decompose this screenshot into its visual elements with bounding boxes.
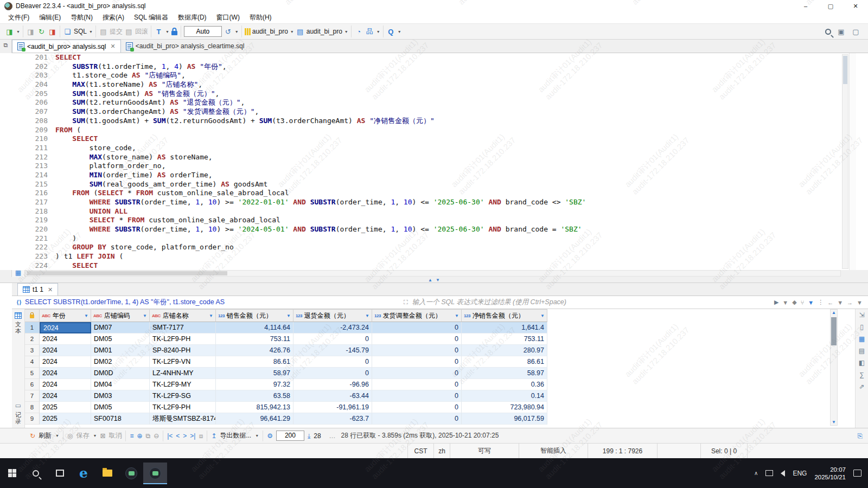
perspective-icon[interactable]: ▣ bbox=[837, 27, 846, 36]
refresh-dropdown[interactable]: ▼ bbox=[55, 434, 59, 438]
app-button-1[interactable] bbox=[119, 463, 143, 484]
transaction-mode-dropdown[interactable]: ▼ bbox=[89, 30, 93, 34]
layout-icon[interactable]: ▢ bbox=[851, 27, 860, 36]
quick-search-icon[interactable] bbox=[825, 29, 831, 35]
grid-cell[interactable]: 0.14 bbox=[462, 390, 547, 402]
code-line[interactable]: 201SELECT bbox=[25, 53, 868, 62]
grid-cell[interactable]: 0 bbox=[372, 413, 462, 425]
editor-vertical-scrollbar[interactable] bbox=[842, 54, 848, 269]
code-line[interactable]: 219 SELECT * FROM custom_online_sale_abr… bbox=[25, 216, 868, 225]
grid-cell[interactable]: 2024 bbox=[40, 345, 91, 356]
code-line[interactable]: 206 SUM(t2.returnGoodsAmt) AS "退货金额（元）", bbox=[25, 98, 868, 107]
action-center-icon[interactable] bbox=[853, 470, 861, 477]
code-line[interactable]: 205 SUM(t1.goodsAmt) AS "销售金额（元）", bbox=[25, 89, 868, 99]
grid-cell[interactable]: DM02 bbox=[91, 356, 150, 368]
refresh-icon[interactable]: ↻ bbox=[30, 432, 35, 440]
grid-cell[interactable]: 0 bbox=[372, 333, 462, 345]
nav-next-icon[interactable]: > bbox=[183, 432, 187, 440]
grid-cell[interactable]: LZ-4NHN-MY bbox=[150, 368, 216, 379]
apply-filter-icon[interactable]: ▶ bbox=[774, 299, 778, 306]
grid-cell[interactable]: -96.96 bbox=[293, 379, 372, 390]
code-line[interactable]: 208 SUM(t1.goodsAmt) + SUM(t2.returnGood… bbox=[25, 117, 868, 126]
editor-horizontal-scrollbar[interactable] bbox=[25, 270, 841, 277]
column-header-5[interactable]: 123发货调整金额（元）▼ bbox=[372, 309, 462, 322]
grid-cell[interactable]: DM0D bbox=[91, 368, 150, 379]
nav-back-icon[interactable]: ← bbox=[827, 299, 833, 306]
eraser-icon[interactable]: ◆ bbox=[792, 299, 796, 306]
commit-label[interactable]: 提交 bbox=[110, 27, 123, 36]
grid-vertical-scrollbar[interactable]: ▲ ▼ bbox=[830, 309, 838, 426]
results-tab-close-icon[interactable]: ✕ bbox=[48, 286, 53, 293]
row-number[interactable]: 6 bbox=[25, 379, 40, 390]
taskbar-search-button[interactable] bbox=[24, 463, 48, 484]
duplicate-row-icon[interactable]: ⧉ bbox=[146, 432, 151, 440]
column-header-4[interactable]: 123退货金额（元）▼ bbox=[293, 309, 372, 322]
text-view-tab[interactable]: 文本 bbox=[15, 321, 21, 334]
auto-commit-combo[interactable]: Auto bbox=[184, 26, 222, 37]
column-filter-dropdown[interactable]: ▼ bbox=[286, 313, 291, 318]
restore-panel-icon[interactable]: ⧉ bbox=[4, 42, 8, 49]
grid-cell[interactable]: 96,017.59 bbox=[462, 413, 547, 425]
rollback-icon[interactable]: ▤ bbox=[124, 27, 133, 36]
search-icon[interactable]: Q bbox=[386, 27, 395, 36]
grid-cell[interactable]: SP-8240-PH bbox=[150, 345, 216, 356]
grid-cell[interactable]: 2024 bbox=[40, 333, 91, 345]
filter-icon[interactable]: ▼ bbox=[808, 299, 814, 306]
history-icon[interactable]: ↺ bbox=[224, 27, 233, 36]
dashboard-icon[interactable]: ◔ bbox=[354, 27, 363, 36]
column-filter-dropdown[interactable]: ▼ bbox=[365, 313, 369, 318]
tray-volume-icon[interactable] bbox=[781, 470, 785, 477]
history-dropdown[interactable]: ▼ bbox=[235, 30, 239, 34]
edge-button[interactable]: e bbox=[72, 463, 95, 484]
grid-cell[interactable]: -91,961.19 bbox=[293, 402, 372, 413]
save-button[interactable]: 保存 bbox=[76, 431, 89, 440]
grid-cell[interactable]: 4,114.64 bbox=[216, 322, 293, 333]
export-dropdown[interactable]: ▼ bbox=[255, 434, 259, 438]
nav-forward-dropdown[interactable]: ▼ bbox=[857, 299, 863, 306]
column-header-3[interactable]: 123销售金额（元）▼ bbox=[216, 309, 293, 322]
column-filter-dropdown[interactable]: ▼ bbox=[209, 313, 213, 318]
rollback-label[interactable]: 回滚 bbox=[135, 27, 148, 36]
grid-cell[interactable]: 0 bbox=[372, 345, 462, 356]
menu-item-7[interactable]: 帮助(H) bbox=[245, 13, 277, 22]
code-line[interactable]: 222 GROUP BY store_code, platform_order_… bbox=[25, 243, 868, 252]
disconnect-all-icon[interactable]: ◨ bbox=[48, 27, 57, 36]
code-line[interactable]: 211 store_code, bbox=[25, 144, 868, 153]
grid-cell[interactable]: 0 bbox=[372, 322, 462, 333]
menu-item-6[interactable]: 窗口(W) bbox=[212, 13, 245, 22]
menu-item-3[interactable]: 搜索(A) bbox=[98, 13, 129, 22]
grid-cell[interactable]: 0 bbox=[372, 368, 462, 379]
grid-cell[interactable]: 2024 bbox=[40, 368, 91, 379]
code-line[interactable]: 210 SELECT bbox=[25, 134, 868, 144]
search-dropdown[interactable]: ▼ bbox=[398, 30, 401, 34]
panel-value-icon[interactable]: ◧ bbox=[859, 359, 865, 367]
editor-tab-1[interactable]: <audit_bi_pro> analysis_cleartime.sql bbox=[121, 40, 250, 53]
refresh-button[interactable]: 刷新 bbox=[39, 431, 52, 440]
fetch-size-input[interactable]: 200 bbox=[276, 431, 304, 441]
panel-maximize-icon[interactable]: ⇲ bbox=[859, 311, 864, 319]
connection-combo-dropdown[interactable]: ▼ bbox=[290, 30, 294, 34]
grid-cell[interactable]: 塔斯曼SMTSBZ-8174 bbox=[150, 413, 216, 425]
grid-cell[interactable]: DM03 bbox=[91, 390, 150, 402]
copy-result-icon[interactable]: ⎘ bbox=[857, 432, 863, 440]
network-icon[interactable]: 品 bbox=[365, 27, 374, 36]
grid-cell[interactable]: 96,641.29 bbox=[216, 413, 293, 425]
grid-cell[interactable]: DM05 bbox=[91, 402, 150, 413]
column-filter-dropdown[interactable]: ▼ bbox=[143, 313, 147, 318]
filter-query-text[interactable]: SELECT SUBSTR(t1.orderTime, 1, 4) AS "年份… bbox=[25, 298, 399, 307]
code-line[interactable]: 207 SUM(t3.orderChangeAmt) AS "发货调整金额（元）… bbox=[25, 107, 868, 117]
panel-refs-icon[interactable]: ⇗ bbox=[859, 383, 864, 390]
grid-cell[interactable]: 63.58 bbox=[216, 390, 293, 402]
nav-first-icon[interactable]: |< bbox=[167, 432, 173, 440]
code-line[interactable]: 218 UNION ALL bbox=[25, 207, 868, 216]
transaction-log-dropdown[interactable]: ▼ bbox=[165, 30, 169, 34]
record-toggle[interactable]: 记录 bbox=[15, 412, 21, 425]
menu-item-0[interactable]: 文件(F) bbox=[3, 13, 34, 22]
minimize-button[interactable]: – bbox=[793, 0, 818, 12]
zoom-row-icon[interactable]: ⧈ bbox=[199, 432, 203, 440]
grid-cell[interactable]: 86.61 bbox=[216, 356, 293, 368]
grid-cell[interactable]: TK-L2F9-PH bbox=[150, 333, 216, 345]
row-number[interactable]: 5 bbox=[25, 368, 40, 379]
grid-cell[interactable]: 2024 bbox=[40, 390, 91, 402]
grid-cell[interactable]: 2024 bbox=[40, 356, 91, 368]
